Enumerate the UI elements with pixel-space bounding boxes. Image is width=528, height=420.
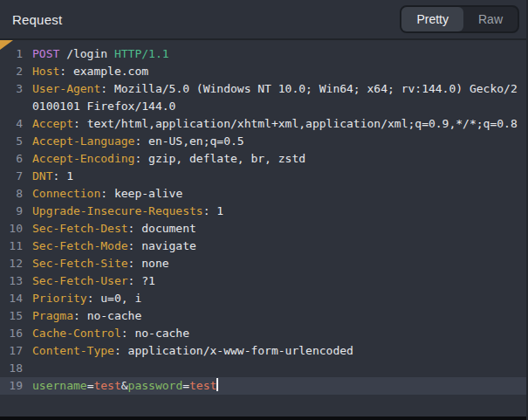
code-token: /login	[66, 47, 107, 60]
code-token: :	[121, 327, 135, 340]
code-token: en-US,en;q=0.5	[148, 134, 244, 148]
code-text	[32, 360, 521, 377]
code-token: Pragma	[32, 309, 73, 322]
code-token: gzip, deflate, br, zstd	[148, 152, 305, 165]
code-token: :	[73, 309, 87, 322]
code-line[interactable]: 5Accept-Language: en-US,en;q=0.5	[0, 133, 526, 150]
code-token: :	[203, 204, 217, 217]
code-line[interactable]: 2Host: example.com	[0, 63, 526, 80]
code-line[interactable]: 9Upgrade-Insecure-Requests: 1	[0, 203, 526, 220]
code-token: POST	[32, 47, 59, 60]
code-line[interactable]: 14Priority: u=0, i	[0, 290, 526, 307]
code-text: username=test&password=test	[32, 377, 521, 395]
line-number: 9	[0, 203, 23, 220]
pretty-tab[interactable]: Pretty	[401, 7, 463, 31]
code-text: POST /login HTTP/1.1	[32, 45, 521, 63]
code-token: application/x-www-form-urlencoded	[128, 344, 353, 357]
code-text: Cache-Control: no-cache	[32, 325, 521, 342]
line-number: 4	[0, 115, 23, 133]
code-token: u=0, i	[100, 292, 141, 305]
code-line[interactable]: 3User-Agent: Mozilla/5.0 (Windows NT 10.…	[0, 80, 526, 115]
code-token	[59, 47, 66, 60]
code-token: example.com	[73, 65, 148, 78]
code-text: User-Agent: Mozilla/5.0 (Windows NT 10.0…	[32, 80, 521, 115]
code-token: :	[100, 82, 114, 95]
code-token: Sec-Fetch-Dest	[32, 222, 128, 235]
code-token: Cache-Control	[32, 327, 121, 340]
code-token: =	[182, 379, 189, 392]
code-text: Connection: keep-alive	[32, 185, 521, 203]
code-line[interactable]: 13Sec-Fetch-User: ?1	[0, 272, 526, 290]
code-text: Priority: u=0, i	[32, 290, 521, 307]
code-token: :	[128, 274, 142, 287]
line-number: 7	[0, 168, 23, 185]
code-line[interactable]: 12Sec-Fetch-Site: none	[0, 255, 526, 272]
code-line[interactable]: 11Sec-Fetch-Mode: navigate	[0, 238, 526, 255]
code-line[interactable]: 15Pragma: no-cache	[0, 307, 526, 325]
code-line[interactable]: 1POST /login HTTP/1.1	[0, 45, 526, 63]
code-token: password	[128, 379, 183, 392]
code-token: text/html,application/xhtml+xml,applicat…	[87, 117, 518, 130]
line-number: 18	[0, 360, 23, 377]
editable-corner-icon	[0, 40, 13, 50]
code-token: navigate	[141, 239, 196, 252]
code-token: :	[134, 134, 148, 148]
line-number: 17	[0, 342, 23, 360]
code-token: no-cache	[87, 309, 142, 322]
code-token: :	[128, 222, 142, 235]
line-number: 2	[0, 63, 23, 80]
code-line[interactable]: 7DNT: 1	[0, 168, 526, 185]
code-token: :	[87, 292, 101, 305]
code-lines: 1POST /login HTTP/1.12Host: example.com3…	[0, 45, 526, 395]
code-text: Sec-Fetch-User: ?1	[32, 272, 521, 290]
raw-tab[interactable]: Raw	[463, 7, 518, 31]
bottom-edge	[0, 417, 526, 420]
code-token: keep-alive	[114, 187, 182, 200]
line-number: 19	[0, 377, 23, 395]
code-text: Content-Type: application/x-www-form-url…	[32, 342, 521, 360]
line-number: 13	[0, 272, 23, 290]
code-line[interactable]: 6Accept-Encoding: gzip, deflate, br, zst…	[0, 150, 526, 168]
line-number: 11	[0, 238, 23, 255]
code-text: DNT: 1	[32, 168, 521, 185]
code-token: username	[32, 379, 87, 392]
line-number: 14	[0, 290, 23, 307]
code-line[interactable]: 19username=test&password=test	[0, 377, 526, 395]
code-token: Host	[32, 65, 59, 78]
code-token: Accept-Encoding	[32, 152, 134, 165]
code-token: Content-Type	[32, 344, 114, 357]
code-token: HTTP/1.1	[114, 47, 169, 60]
code-line[interactable]: 10Sec-Fetch-Dest: document	[0, 220, 526, 238]
code-text: Host: example.com	[32, 63, 521, 80]
code-text: Upgrade-Insecure-Requests: 1	[32, 203, 521, 220]
request-editor[interactable]: 1POST /login HTTP/1.12Host: example.com3…	[0, 40, 526, 417]
code-token: User-Agent	[32, 82, 100, 95]
code-text: Accept-Language: en-US,en;q=0.5	[32, 133, 521, 150]
line-number: 10	[0, 220, 23, 238]
code-token: ?1	[141, 274, 155, 287]
code-token	[107, 47, 114, 60]
code-line[interactable]: 18	[0, 360, 526, 377]
text-caret	[216, 378, 218, 391]
code-token: :	[114, 344, 128, 357]
panel-title: Request	[12, 12, 62, 27]
code-token: Connection	[32, 187, 100, 200]
code-line[interactable]: 8Connection: keep-alive	[0, 185, 526, 203]
code-token: :	[128, 257, 142, 270]
code-text: Sec-Fetch-Dest: document	[32, 220, 521, 238]
code-line[interactable]: 17Content-Type: application/x-www-form-u…	[0, 342, 526, 360]
line-number: 5	[0, 133, 23, 150]
code-line[interactable]: 4Accept: text/html,application/xhtml+xml…	[0, 115, 526, 133]
line-number: 6	[0, 150, 23, 168]
view-toggle: PrettyRaw	[400, 5, 519, 33]
code-token: :	[100, 187, 114, 200]
code-text: Accept: text/html,application/xhtml+xml,…	[32, 115, 521, 133]
code-line[interactable]: 16Cache-Control: no-cache	[0, 325, 526, 342]
code-token: :	[52, 169, 66, 182]
code-token: test	[93, 379, 120, 392]
code-token: Accept-Language	[32, 134, 134, 148]
code-token: 1	[216, 204, 223, 217]
code-token: :	[59, 65, 73, 78]
line-number: 3	[0, 80, 23, 98]
code-token: none	[141, 257, 168, 270]
